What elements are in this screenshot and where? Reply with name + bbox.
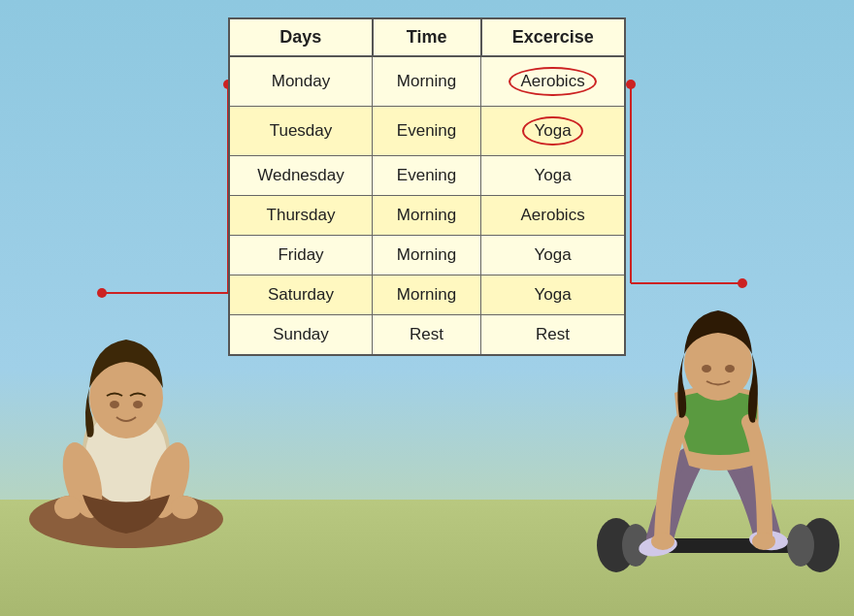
cell-time: Morning — [373, 276, 481, 315]
svg-point-16 — [110, 401, 119, 408]
cell-exercise: Aerobics — [481, 196, 625, 236]
person-weightlifting — [592, 238, 844, 587]
cell-exercise: Yoga — [481, 107, 625, 156]
svg-point-17 — [133, 401, 143, 408]
cell-time: Rest — [373, 315, 481, 356]
svg-point-22 — [787, 524, 814, 567]
table-row: WednesdayEveningYoga — [229, 156, 625, 196]
cell-day: Sunday — [229, 315, 373, 356]
col-exercise: Excercise — [481, 18, 625, 56]
cell-day: Friday — [229, 236, 373, 276]
table-row: SundayRestRest — [229, 315, 625, 356]
workout-table: Days Time Excercise MondayMorningAerobic… — [228, 17, 626, 356]
svg-point-13 — [54, 496, 82, 519]
scene: Days Time Excercise MondayMorningAerobic… — [0, 0, 854, 616]
table-row: MondayMorningAerobics — [229, 56, 625, 107]
cell-day: Saturday — [229, 276, 373, 315]
svg-point-4 — [626, 80, 636, 89]
table-row: ThursdayMorningAerobics — [229, 196, 625, 236]
svg-point-26 — [752, 533, 775, 550]
cell-time: Morning — [373, 236, 481, 276]
table-row: FridayMorningYoga — [229, 236, 625, 276]
cell-exercise: Aerobics — [481, 56, 625, 107]
svg-point-29 — [725, 365, 735, 373]
cell-day: Monday — [229, 56, 373, 107]
cell-time: Evening — [373, 156, 481, 196]
cell-time: Morning — [373, 196, 481, 236]
svg-point-14 — [171, 496, 198, 519]
table-row: TuesdayEveningYoga — [229, 107, 625, 156]
person-meditating — [10, 247, 243, 558]
col-days: Days — [229, 18, 373, 56]
cell-day: Thursday — [229, 196, 373, 236]
svg-point-28 — [702, 365, 711, 373]
cell-time: Morning — [373, 56, 481, 107]
cell-time: Evening — [373, 107, 481, 156]
table-row: SaturdayMorningYoga — [229, 276, 625, 315]
col-time: Time — [373, 18, 481, 56]
svg-point-25 — [651, 533, 674, 550]
cell-exercise: Yoga — [481, 156, 625, 196]
cell-day: Wednesday — [229, 156, 373, 196]
cell-day: Tuesday — [229, 107, 373, 156]
